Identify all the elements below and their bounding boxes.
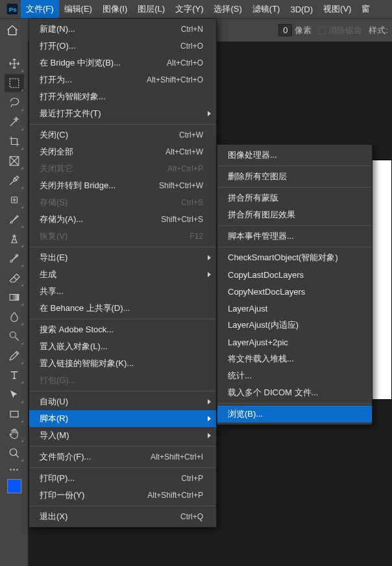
menu-滤镜[interactable]: 滤镜(T) [247,0,286,18]
file-menu-item-21[interactable]: 置入嵌入对象(L)... [29,338,216,355]
document-canvas[interactable] [371,160,392,400]
eraser-tool[interactable] [5,269,24,287]
script-menu-item-4[interactable]: 拼合所有蒙版 [217,190,372,206]
menu-item-label: 搜索 Adobe Stock... [40,324,203,336]
file-menu-item-26[interactable]: 脚本(R) [29,410,216,427]
menu-item-label: 将文件载入堆栈... [228,353,359,365]
magic-wand-tool[interactable] [5,113,24,131]
zoom-tool[interactable] [5,444,24,462]
menu-视图[interactable]: 视图(V) [318,0,356,18]
history-brush-tool[interactable] [5,249,24,267]
menu-item-shortcut: Ctrl+P [181,474,203,483]
script-menu-item-5[interactable]: 拼合所有图层效果 [217,206,372,223]
script-menu-item-19[interactable]: 浏览(B)... [217,406,372,423]
file-menu-item-22[interactable]: 置入链接的智能对象(K)... [29,355,216,372]
menu-选择[interactable]: 选择(S) [208,0,247,18]
edit-toolbar-icon[interactable] [10,465,18,474]
script-menu-item-0[interactable]: 图像处理器... [217,147,372,164]
menu-item-label: 恢复(V) [40,230,190,242]
file-menu-item-12[interactable]: 存储为(A)...Shift+Ctrl+S [29,211,216,228]
file-menu-item-29[interactable]: 文件简介(F)...Alt+Shift+Ctrl+I [29,449,216,465]
file-menu-item-31[interactable]: 打印(P)...Ctrl+P [29,470,216,487]
feather-value[interactable]: 0 [278,24,292,36]
file-menu-item-0[interactable]: 新建(N)...Ctrl+N [29,21,216,38]
menu-图层[interactable]: 图层(L) [132,0,170,18]
menu-item-label: 导出(E) [40,252,203,264]
hand-tool[interactable] [5,425,24,443]
file-menu-item-5[interactable]: 最近打开文件(T) [29,105,216,122]
menu-item-label: 文件简介(F)... [40,451,151,463]
path-selection-tool[interactable] [5,386,24,404]
dodge-tool[interactable] [5,327,24,345]
photoshop-logo: Ps [4,0,21,18]
separator [30,446,215,447]
healing-brush-tool[interactable] [5,191,24,209]
menu-item-label: 脚本事件管理器... [228,230,359,242]
separator [30,319,215,319]
file-menu-item-20[interactable]: 搜索 Adobe Stock... [29,321,216,338]
separator [30,247,215,247]
script-menu-item-11[interactable]: CopyNextDocLayers [217,283,372,300]
crop-tool[interactable] [5,132,24,151]
file-menu-item-4[interactable]: 打开为智能对象... [29,88,216,105]
lasso-tool[interactable] [5,93,24,112]
file-menu-item-8[interactable]: 关闭全部Alt+Ctrl+W [29,143,216,160]
rectangle-tool[interactable] [5,405,24,423]
file-menu-item-32[interactable]: 打印一份(Y)Alt+Shift+Ctrl+P [29,487,216,504]
gradient-tool[interactable] [5,288,24,306]
separator [218,225,371,226]
svg-point-6 [10,332,16,338]
script-menu-item-10[interactable]: CopyLastDocLayers [217,266,372,283]
move-tool[interactable] [5,55,24,73]
script-menu-item-12[interactable]: LayerAjust [217,300,372,317]
menu-编辑[interactable]: 编辑(E) [59,0,97,18]
script-menu-item-16[interactable]: 统计... [217,367,372,384]
script-menu-item-9[interactable]: CheckSmartObject(智能对象) [217,249,372,266]
brush-tool[interactable] [5,210,24,228]
file-menu-item-3[interactable]: 打开为...Alt+Shift+Ctrl+O [29,71,216,88]
script-menu-item-14[interactable]: LayerAjust+2pic [217,334,372,351]
scripts-submenu-dropdown: 图像处理器...删除所有空图层拼合所有蒙版拼合所有图层效果脚本事件管理器...C… [217,144,373,425]
menu-item-label: 拼合所有图层效果 [228,209,359,221]
script-menu-item-17[interactable]: 载入多个 DICOM 文件... [217,384,372,401]
clone-stamp-tool[interactable] [5,230,24,248]
frame-tool[interactable] [5,152,24,170]
script-menu-item-13[interactable]: LayerAjust(内适应) [217,317,372,334]
file-menu-item-10[interactable]: 关闭并转到 Bridge...Shift+Ctrl+W [29,177,216,194]
script-menu-item-7[interactable]: 脚本事件管理器... [217,228,372,245]
home-icon[interactable] [5,23,19,38]
file-menu-item-25[interactable]: 自动(U) [29,393,216,410]
menu-3D[interactable]: 3D(D) [285,0,318,18]
file-menu-item-15[interactable]: 导出(E) [29,249,216,266]
menu-窗[interactable]: 窗 [356,0,375,18]
blur-tool[interactable] [5,308,24,326]
file-menu-item-27[interactable]: 导入(M) [29,427,216,444]
menu-item-label: CheckSmartObject(智能对象) [228,252,359,264]
script-menu-item-2[interactable]: 删除所有空图层 [217,168,372,185]
menu-item-label: 打开为... [40,74,147,86]
eyedropper-tool[interactable] [5,171,24,190]
menu-item-label: 自动(U) [40,396,203,408]
file-menu-item-1[interactable]: 打开(O)...Ctrl+O [29,38,216,55]
menu-item-label: 置入链接的智能对象(K)... [40,358,203,369]
pen-tool[interactable] [5,347,24,365]
file-menu-item-34[interactable]: 退出(X)Ctrl+Q [29,508,216,525]
menu-文字[interactable]: 文字(Y) [170,0,208,18]
menu-item-label: 关闭并转到 Bridge... [40,180,159,191]
menu-图像[interactable]: 图像(I) [97,0,132,18]
menu-item-label: 拼合所有蒙版 [228,192,359,204]
file-menu-item-17[interactable]: 共享... [29,283,216,300]
file-menu-item-16[interactable]: 生成 [29,266,216,283]
foreground-color-swatch[interactable] [7,479,21,493]
type-tool[interactable] [5,366,24,384]
file-menu-item-7[interactable]: 关闭(C)Ctrl+W [29,127,216,143]
menu-文件[interactable]: 文件(F) [21,0,59,18]
file-menu-item-2[interactable]: 在 Bridge 中浏览(B)...Alt+Ctrl+O [29,55,216,71]
script-menu-item-15[interactable]: 将文件载入堆栈... [217,351,372,367]
file-menu-item-18[interactable]: 在 Behance 上共享(D)... [29,300,216,317]
marquee-tool[interactable] [5,74,24,92]
file-menu-item-11: 存储(S)Ctrl+S [29,194,216,211]
menu-item-label: 图像处理器... [228,149,359,161]
separator [218,247,371,247]
separator [30,506,215,506]
